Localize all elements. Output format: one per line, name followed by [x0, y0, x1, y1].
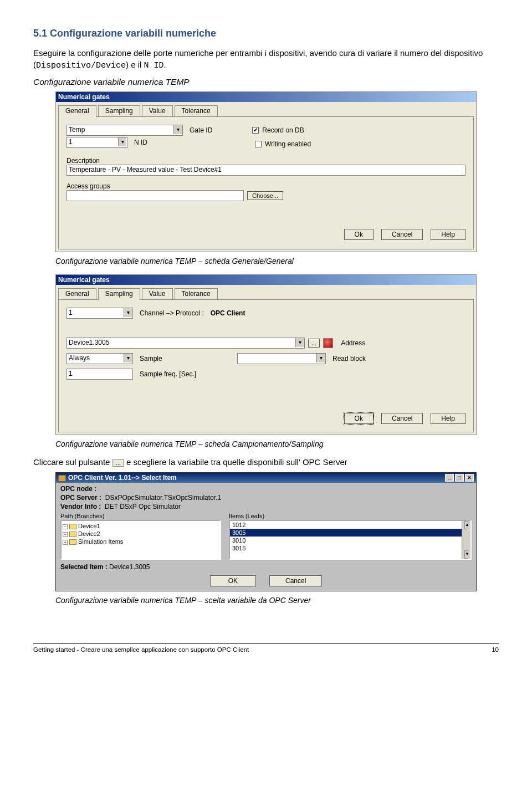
scrollbar[interactable]: ▲ ▼: [462, 521, 470, 559]
ok-button[interactable]: OK: [210, 575, 256, 586]
tab-general[interactable]: General: [58, 288, 96, 300]
intro-mono1: Dispositivo/Device: [36, 61, 126, 70]
protocol-value: OPC Client: [211, 309, 245, 317]
nid-label: N ID: [134, 139, 147, 146]
cancel-button[interactable]: Cancel: [269, 575, 322, 586]
vendor-info-value: DET DSxP Opc Simulator: [105, 503, 181, 510]
tree-item-device2[interactable]: −Device2: [63, 530, 219, 538]
channel-dropdown[interactable]: 1: [66, 308, 133, 319]
click-b: e scegliere la variabile tra quelle disp…: [124, 457, 347, 467]
intro-c: .: [164, 60, 166, 69]
config-temp-subhead: Configurazione variabile numerica TEMP: [33, 77, 499, 87]
dialog-titlebar: Numerical gates: [56, 92, 476, 102]
tab-strip: General Sampling Value Tolerance: [58, 288, 474, 300]
caption-opc: Configurazione variabile numerica TEMP –…: [55, 596, 499, 605]
tab-strip: General Sampling Value Tolerance: [58, 105, 474, 117]
footer-left: Getting started - Creare una semplice ap…: [33, 646, 249, 653]
leaf-item[interactable]: 3010: [230, 537, 470, 544]
ok-button[interactable]: Ok: [344, 229, 374, 240]
access-groups-input[interactable]: [66, 190, 244, 201]
caption-general: Configurazione variabile numerica TEMP –…: [55, 257, 499, 265]
tree-item-device1[interactable]: −Device1: [63, 522, 219, 530]
address-dropdown[interactable]: Device1.3005: [66, 338, 305, 349]
scroll-up-icon[interactable]: ▲: [464, 521, 468, 529]
opc-node-label: OPC node :: [60, 485, 96, 493]
folder-icon: [69, 532, 76, 537]
opc-server-label: OPC Server :: [60, 494, 101, 502]
readblock-label: Read block: [332, 355, 366, 362]
expand-icon[interactable]: −: [63, 532, 68, 537]
footer-page-number: 10: [492, 646, 499, 653]
leaf-list[interactable]: 1012 3005 3010 3015 ▲ ▼: [229, 520, 472, 560]
items-label: Items (Leafs): [229, 513, 472, 519]
cancel-button[interactable]: Cancel: [381, 413, 423, 424]
channel-protocol-label: Channel –> Protocol :: [140, 309, 204, 317]
leaf-item[interactable]: 1012: [230, 521, 470, 529]
expand-icon[interactable]: +: [63, 540, 68, 545]
dialog-titlebar: Numerical gates: [56, 275, 476, 285]
selected-item-value: Device1.3005: [109, 563, 150, 571]
vendor-info-label: Vendor Info :: [60, 503, 101, 510]
tab-sampling[interactable]: Sampling: [98, 288, 140, 300]
tab-sampling[interactable]: Sampling: [98, 105, 140, 117]
gate-id-dropdown[interactable]: Temp: [66, 125, 183, 136]
tree-label: Simulation Items: [78, 538, 123, 545]
tree-item-simulation[interactable]: +Simulation Items: [63, 538, 219, 545]
tab-value[interactable]: Value: [142, 105, 173, 117]
click-a: Cliccare sul pulsante: [33, 457, 112, 467]
leaf-item[interactable]: 3015: [230, 544, 470, 552]
cancel-button[interactable]: Cancel: [381, 229, 423, 240]
writing-enabled-checkbox[interactable]: [255, 141, 262, 147]
gate-id-label: Gate ID: [190, 126, 212, 134]
tab-value[interactable]: Value: [142, 288, 173, 300]
intro-b: ) e il: [126, 60, 144, 69]
access-groups-label: Access groups: [66, 182, 466, 190]
tab-tolerance[interactable]: Tolerance: [175, 288, 218, 300]
choose-button[interactable]: Choose...: [247, 191, 283, 200]
nid-dropdown[interactable]: 1: [66, 137, 127, 148]
path-label: Path (Branches): [60, 513, 221, 519]
help-button[interactable]: Help: [431, 413, 466, 424]
help-button[interactable]: Help: [431, 229, 466, 240]
folder-icon: [69, 524, 76, 529]
description-label: Description: [66, 157, 466, 165]
browse-icon[interactable]: [323, 338, 333, 348]
browse-inline-button: ...: [112, 459, 124, 467]
folder-icon: [69, 539, 76, 545]
sample-label: Sample: [140, 355, 234, 362]
click-instruction: Cliccare sul pulsante ... e scegliere la…: [33, 457, 499, 467]
opc-titlebar: OPC Client Ver. 1.01--> Select Item _ □ …: [56, 473, 476, 483]
opc-title-text: OPC Client Ver. 1.01--> Select Item: [68, 474, 177, 482]
numerical-gates-dialog-sampling: Numerical gates General Sampling Value T…: [55, 274, 477, 435]
page-footer: Getting started - Creare una semplice ap…: [33, 643, 499, 653]
sample-freq-input[interactable]: 1: [66, 369, 133, 380]
sample-freq-label: Sample freq. [Sec.]: [140, 370, 196, 378]
maximize-icon[interactable]: □: [455, 474, 464, 482]
opc-server-value: DSxPOpcSimulator.TSxOpcSimulator.1: [105, 494, 221, 502]
close-icon[interactable]: ✕: [465, 474, 474, 482]
sample-dropdown[interactable]: Always: [66, 353, 133, 364]
record-db-checkbox[interactable]: ✔: [252, 127, 259, 134]
leaf-item-selected[interactable]: 3005: [230, 529, 470, 537]
description-input[interactable]: Temperature - PV - Measured value - Test…: [66, 165, 466, 176]
scroll-down-icon[interactable]: ▼: [464, 550, 468, 559]
intro-paragraph: Eseguire la configurazione delle porte n…: [33, 47, 499, 71]
writing-enabled-label: Writing enabled: [265, 140, 311, 148]
expand-icon[interactable]: −: [63, 524, 68, 529]
tab-tolerance[interactable]: Tolerance: [175, 105, 218, 117]
tree-label: Device1: [78, 523, 100, 529]
readblock-dropdown[interactable]: [237, 353, 326, 364]
branch-tree[interactable]: −Device1 −Device2 +Simulation Items: [60, 520, 221, 560]
opc-window-icon: [58, 475, 66, 482]
record-db-label: Record on DB: [262, 126, 304, 134]
address-label: Address: [341, 339, 365, 347]
ok-button[interactable]: Ok: [344, 413, 374, 424]
numerical-gates-dialog-general: Numerical gates General Sampling Value T…: [55, 91, 477, 252]
selected-item-label: Selected item :: [60, 563, 108, 571]
tab-general[interactable]: General: [58, 105, 96, 118]
caption-sampling: Configurazione variabile numerica TEMP –…: [55, 440, 499, 448]
tree-label: Device2: [78, 530, 100, 537]
opc-select-item-window: OPC Client Ver. 1.01--> Select Item _ □ …: [55, 472, 477, 591]
minimize-icon[interactable]: _: [445, 474, 454, 482]
browse-button[interactable]: ...: [308, 339, 320, 348]
